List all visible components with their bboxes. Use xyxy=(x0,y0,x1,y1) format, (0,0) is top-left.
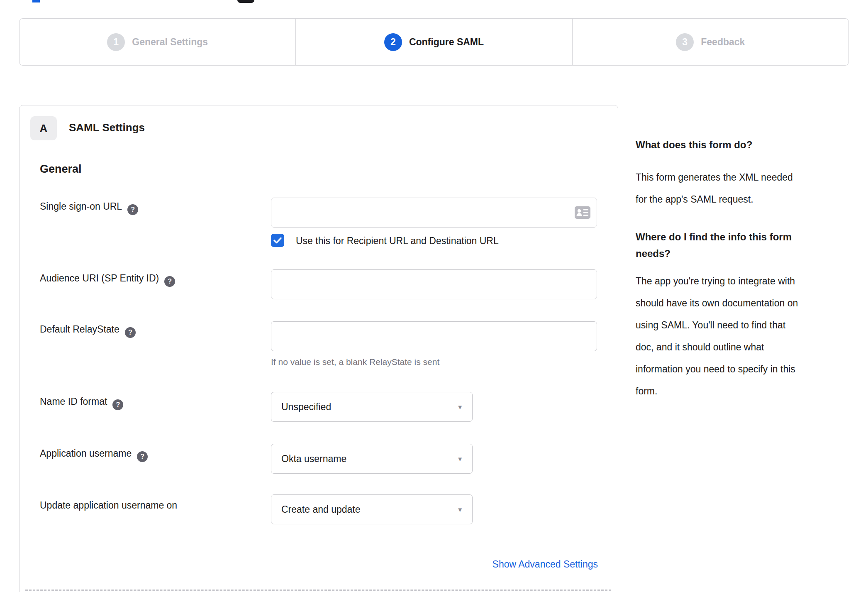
cropped-icon-fragment xyxy=(237,0,254,3)
step-feedback[interactable]: 3 Feedback xyxy=(572,19,848,65)
relaystate-input[interactable] xyxy=(271,321,597,351)
step-3-circle: 3 xyxy=(676,33,694,51)
step-configure-saml[interactable]: 2 Configure SAML xyxy=(295,19,572,65)
general-section-title: General xyxy=(40,163,82,176)
checkmark-icon xyxy=(273,237,282,244)
help-paragraph-where: The app you're trying to integrate with … xyxy=(636,270,850,402)
contact-card-icon xyxy=(575,206,590,219)
update-username-label: Update application username on xyxy=(40,500,177,511)
help-sidebar: What does this form do? This form genera… xyxy=(636,138,850,402)
app-username-help-icon[interactable]: ? xyxy=(137,451,148,462)
sso-url-label: Single sign-on URL xyxy=(40,201,122,212)
update-username-value: Create and update xyxy=(281,504,457,515)
cropped-title-fragment xyxy=(32,0,40,2)
step-2-circle: 2 xyxy=(384,33,402,51)
chevron-down-icon: ▼ xyxy=(457,455,463,462)
help-heading-where: Where do I find the info this form needs… xyxy=(636,229,850,262)
chevron-down-icon: ▼ xyxy=(457,404,463,411)
audience-uri-help-icon[interactable]: ? xyxy=(164,276,175,287)
step-general-settings[interactable]: 1 General Settings xyxy=(20,19,295,65)
update-username-dropdown[interactable]: Create and update ▼ xyxy=(271,494,473,524)
step-1-label: General Settings xyxy=(132,37,208,48)
app-username-value: Okta username xyxy=(281,453,457,465)
step-2-label: Configure SAML xyxy=(409,37,484,48)
name-id-format-help-icon[interactable]: ? xyxy=(112,399,123,410)
name-id-format-dropdown[interactable]: Unspecified ▼ xyxy=(271,392,473,422)
step-3-label: Feedback xyxy=(701,37,745,48)
relaystate-label: Default RelayState xyxy=(40,324,119,335)
chevron-down-icon: ▼ xyxy=(457,506,463,513)
name-id-format-label: Name ID format xyxy=(40,396,107,407)
app-username-dropdown[interactable]: Okta username ▼ xyxy=(271,444,473,474)
audience-uri-label: Audience URI (SP Entity ID) xyxy=(40,273,159,284)
recipient-url-checkbox[interactable] xyxy=(271,234,284,247)
relaystate-help-icon[interactable]: ? xyxy=(125,327,136,338)
wizard-stepper: 1 General Settings 2 Configure SAML 3 Fe… xyxy=(19,18,849,66)
panel-title: SAML Settings xyxy=(69,121,145,134)
sso-url-help-icon[interactable]: ? xyxy=(127,204,138,215)
audience-uri-input[interactable] xyxy=(271,269,597,299)
help-heading-what: What does this form do? xyxy=(636,138,850,152)
section-a-badge: A xyxy=(30,116,57,140)
section-divider xyxy=(25,590,611,591)
show-advanced-settings-link[interactable]: Show Advanced Settings xyxy=(493,559,598,570)
saml-settings-panel: A SAML Settings General Single sign-on U… xyxy=(19,105,618,592)
sso-url-input[interactable] xyxy=(271,198,597,228)
relaystate-hint: If no value is set, a blank RelayState i… xyxy=(271,357,439,367)
name-id-format-value: Unspecified xyxy=(281,401,457,413)
help-paragraph-what: This form generates the XML needed for t… xyxy=(636,166,850,210)
recipient-url-checkbox-label[interactable]: Use this for Recipient URL and Destinati… xyxy=(296,235,499,247)
step-1-circle: 1 xyxy=(107,33,125,51)
app-username-label: Application username xyxy=(40,448,132,459)
